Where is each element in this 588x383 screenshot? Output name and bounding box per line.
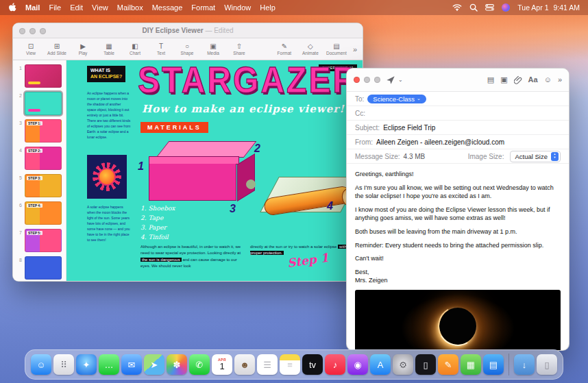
- keynote-toolbar-button[interactable]: ▶ Play: [71, 42, 95, 55]
- toolbar-overflow-chevron[interactable]: »: [558, 76, 562, 84]
- dock-app-icon[interactable]: ▯: [537, 354, 557, 375]
- search-icon[interactable]: [469, 3, 478, 12]
- keynote-toolbar-button[interactable]: T Text: [149, 42, 173, 55]
- eclipse-photo-attachment[interactable]: [355, 290, 561, 351]
- dock-app-icon[interactable]: ⠿: [53, 354, 74, 375]
- mail-compose-window[interactable]: ⌄ ▤ ▣ Aa ☺ » To: Science-Class⌄ Cc: Subj…: [346, 68, 569, 351]
- wifi-icon[interactable]: [452, 3, 462, 11]
- minimize-button[interactable]: [29, 28, 36, 34]
- slide-thumbnail-row[interactable]: 8: [13, 256, 66, 280]
- minimize-button[interactable]: [364, 77, 370, 83]
- dock-app-icon[interactable]: ✆: [189, 354, 210, 375]
- dock-app-icon[interactable]: ✎: [438, 354, 458, 375]
- slide-thumbnail[interactable]: STEP 3:: [25, 174, 62, 197]
- what-is-an-eclipse-box[interactable]: WHAT IS AN ECLIPSE?: [87, 66, 125, 82]
- keynote-toolbar-button[interactable]: ✎ Format: [272, 42, 297, 55]
- slide-thumbnail[interactable]: STEP 5:: [25, 229, 62, 252]
- menu-clock[interactable]: Tue Apr 1 9:41 AM: [517, 3, 580, 12]
- close-button[interactable]: [354, 77, 360, 83]
- keynote-window[interactable]: DIY Eclipse Viewer — Edited ⊡ View ⊞ Add…: [12, 23, 363, 282]
- materials-list[interactable]: 1. Shoebox2. Tape3. Paper4. Tinfoil: [140, 204, 175, 243]
- menu-item[interactable]: Format: [191, 3, 215, 12]
- slide-thumbnail[interactable]: STEP 4:: [25, 201, 62, 225]
- dock-app-icon[interactable]: ◉: [347, 354, 368, 375]
- close-button[interactable]: [19, 28, 25, 34]
- dock-app-icon[interactable]: tv: [302, 354, 323, 375]
- dock-app-icon[interactable]: A: [370, 354, 391, 375]
- keynote-toolbar-button[interactable]: ◇ Animate: [298, 42, 323, 55]
- menu-item[interactable]: Help: [260, 3, 275, 12]
- slide-thumbnail-row[interactable]: 7 STEP 5:: [13, 229, 66, 252]
- emoji-button[interactable]: ☺: [544, 76, 552, 84]
- slide-navigator[interactable]: 1 2: [13, 60, 66, 282]
- dock-app-icon[interactable]: ✉: [121, 354, 142, 375]
- sun-illustration[interactable]: [87, 155, 127, 199]
- dock-app-icon[interactable]: ✦: [76, 354, 97, 375]
- header-fields-button[interactable]: ▤: [487, 76, 494, 84]
- dock-app-icon[interactable]: ↓: [514, 354, 535, 375]
- dock-app-icon[interactable]: ▦: [461, 354, 481, 375]
- slide-thumbnail-row[interactable]: 2: [13, 92, 66, 115]
- keynote-toolbar-button[interactable]: ⊞ Add Slide: [45, 42, 69, 55]
- slide-thumbnail-row[interactable]: 6 STEP 4:: [13, 201, 66, 225]
- menu-item[interactable]: Mailbox: [117, 3, 143, 12]
- message-body[interactable]: Greetings, earthlings!As I'm sure you al…: [347, 164, 569, 285]
- dock-app-icon[interactable]: ➤: [144, 354, 164, 375]
- slide-thumbnail[interactable]: [25, 64, 62, 88]
- dock-app-icon[interactable]: ☻: [234, 354, 255, 375]
- attach-file-button[interactable]: [514, 76, 522, 84]
- format-fonts-button[interactable]: Aa: [528, 76, 538, 84]
- photo-browser-button[interactable]: ▣: [500, 76, 507, 84]
- dock-app-icon[interactable]: ⚙: [393, 354, 413, 375]
- dock-app-icon[interactable]: ✽: [167, 354, 187, 375]
- to-field-row[interactable]: To: Science-Class⌄: [347, 92, 569, 106]
- zoom-button[interactable]: [40, 28, 46, 34]
- menu-item[interactable]: Window: [224, 3, 251, 12]
- menu-app-name[interactable]: Mail: [25, 3, 40, 12]
- keynote-titlebar[interactable]: DIY Eclipse Viewer — Edited: [13, 23, 363, 38]
- slide-canvas[interactable]: EXPERIMENT #1 STARGAZER How to make an e…: [66, 60, 363, 282]
- send-options-chevron[interactable]: ⌄: [398, 77, 403, 83]
- menu-item[interactable]: View: [92, 3, 108, 12]
- dock-app-icon[interactable]: APR 1: [212, 354, 232, 375]
- dock-app-icon[interactable]: ≡: [280, 354, 300, 375]
- keynote-toolbar-button[interactable]: ▦ Table: [97, 42, 121, 55]
- slide-thumbnail-row[interactable]: 4 STEP 2:: [13, 147, 66, 170]
- zoom-button[interactable]: [374, 77, 380, 83]
- image-size-select[interactable]: Actual Size ▴▾: [510, 151, 561, 162]
- slide-subheadline[interactable]: How to make an eclipse viewer!: [142, 103, 345, 115]
- keynote-toolbar-button[interactable]: ◧ Chart: [123, 42, 147, 55]
- menu-item[interactable]: Message: [152, 3, 183, 12]
- apple-menu-icon[interactable]: [8, 3, 16, 12]
- slide-thumbnail[interactable]: STEP 1:: [25, 119, 62, 143]
- from-field-row[interactable]: From: Aileen Zeigen - aileen.zeigen@iclo…: [347, 135, 569, 149]
- slide-thumbnail-row[interactable]: 5 STEP 3:: [13, 174, 66, 197]
- dock-app-icon[interactable]: ☺: [31, 354, 51, 375]
- menu-item[interactable]: Edit: [70, 3, 83, 12]
- keynote-toolbar-button[interactable]: ○ Shape: [175, 42, 199, 55]
- keynote-toolbar-button[interactable]: ▤ Document: [324, 42, 349, 55]
- dock-app-icon[interactable]: ▯: [415, 354, 436, 375]
- subject-value[interactable]: Eclipse Field Trip: [383, 124, 435, 132]
- materials-heading[interactable]: MATERIALS: [140, 122, 208, 133]
- slide-thumbnail[interactable]: STEP 2:: [25, 147, 62, 170]
- subject-field-row[interactable]: Subject: Eclipse Field Trip: [347, 121, 569, 135]
- toolbar-overflow-chevron[interactable]: »: [353, 45, 357, 53]
- menu-item[interactable]: File: [49, 3, 61, 12]
- slide-thumbnail-row[interactable]: 1: [13, 64, 66, 88]
- slide-thumbnail[interactable]: [25, 256, 62, 280]
- dock-app-icon[interactable]: …: [99, 354, 119, 375]
- send-button[interactable]: [386, 75, 395, 85]
- dock-app-icon[interactable]: ▤: [483, 354, 504, 375]
- recipient-token[interactable]: Science-Class⌄: [367, 95, 426, 103]
- from-value[interactable]: Aileen Zeigen - aileen.zeigen@icloud.com: [376, 138, 504, 146]
- cc-field-row[interactable]: Cc:: [347, 106, 569, 121]
- keynote-toolbar-button[interactable]: ⇧ Share: [227, 42, 252, 55]
- select-stepper[interactable]: ▴▾: [551, 152, 559, 161]
- solar-eclipse-paragraph[interactable]: A solar eclipse happens when the moon bl…: [87, 204, 131, 243]
- slide-thumbnail[interactable]: [25, 92, 62, 115]
- dock-app-icon[interactable]: ☰: [257, 354, 278, 375]
- slide-headline[interactable]: STARGAZER: [138, 60, 358, 101]
- dock-app-icon[interactable]: ♪: [325, 354, 345, 375]
- keynote-toolbar-button[interactable]: ▣ Media: [201, 42, 225, 55]
